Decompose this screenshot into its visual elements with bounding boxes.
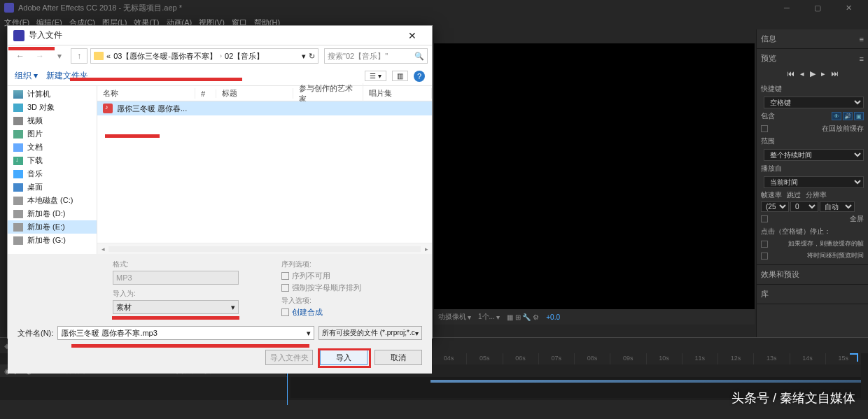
format-label: 格式: [113,260,253,269]
sidebar-item-desktop[interactable]: 桌面 [8,180,97,194]
seq-checkbox [281,272,289,280]
right-panels: 信息≡ 预览≡ ⏮ ◂ ▶ ▸ ⏭ 快捷键 空格键 包含 👁🔊▣ 在回放前缓存 … [756,29,868,337]
movetime-checkbox[interactable] [761,253,768,260]
downloads-icon [13,157,23,165]
skip-dropdown[interactable]: 0 [790,201,818,212]
col-name[interactable]: 名称 [97,88,195,99]
view-mode-button[interactable]: ☰ ▾ [365,71,386,81]
sidebar-item-disk-d[interactable]: 新加卷 (D:) [8,207,97,220]
breadcrumb-segment[interactable]: 02【音乐】 [225,51,264,62]
dialog-close-button[interactable]: ✕ [398,30,426,41]
dialog-search-input[interactable]: 搜索"02【音乐】" 🔍 [324,48,428,64]
seq-na: 序列不可用 [292,271,330,281]
file-row[interactable]: 愿你三冬暖 愿你春... [97,101,432,115]
organize-menu[interactable]: 组织 ▾ [15,70,38,82]
horizontal-scrollbar[interactable]: ◂▸ [97,243,432,254]
documents-icon [13,143,23,152]
sidebar-item-3d[interactable]: 3D 对象 [8,101,97,114]
app-title-bar: Adobe After Effects CC 2018 - 无标题项目.aep … [0,0,868,15]
play-button[interactable]: ▶ [810,69,816,78]
importopt-label: 导入选项: [281,296,422,306]
nav-up-button[interactable]: ↑ [71,48,88,64]
fullscreen-checkbox[interactable] [761,215,768,222]
sidebar-item-disk-g[interactable]: 新加卷 (G:) [8,234,97,247]
maximize-button[interactable]: ▢ [802,0,833,15]
sidebar-item-disk-c[interactable]: 本地磁盘 (C:) [8,194,97,207]
close-button[interactable]: ✕ [833,0,864,15]
disk-icon [13,197,23,205]
framerate-dropdown[interactable]: (25) [761,201,789,212]
zoom-level[interactable]: +0.0 [546,313,560,321]
work-area-end[interactable] [850,353,860,363]
minimize-button[interactable]: ─ [771,0,802,15]
dialog-titlebar[interactable]: 导入文件 ✕ [8,26,432,45]
range-label: 范围 [761,136,775,146]
sidebar-item-downloads[interactable]: 下载 [8,154,97,167]
refresh-icon[interactable]: ↻ [309,52,315,61]
col-tracknum[interactable]: # [195,90,216,98]
breadcrumb[interactable]: « 03【愿你三冬暖-愿你春不寒】 › 02【音乐】 ▾↻ [90,48,318,64]
nav-forward-button[interactable]: → [31,48,48,64]
movetime-label: 将时间移到预览时间 [807,251,864,260]
include-toggles[interactable]: 👁🔊▣ [832,112,864,120]
ifcached-label: 如果缓存，则播放缓存的帧 [788,239,864,248]
sidebar-item-disk-e[interactable]: 新加卷 (E:) [8,220,97,234]
first-frame-button[interactable]: ⏮ [787,69,794,78]
work-area-bar[interactable] [430,380,861,383]
sidebar-item-video[interactable]: 视频 [8,114,97,127]
app-title: Adobe After Effects CC 2018 - 无标题项目.aep … [18,3,182,13]
folder-icon [94,52,104,60]
sidebar-item-music[interactable]: 音乐 [8,167,97,180]
library-panel-title[interactable]: 库 [761,289,769,299]
res-dropdown[interactable]: 自动 [820,201,855,212]
preview-panel-title[interactable]: 预览 [761,53,776,64]
cancel-button[interactable]: 取消 [374,350,422,365]
computer-icon [13,90,23,99]
disk-icon [13,223,23,232]
breadcrumb-segment[interactable]: 03【愿你三冬暖-愿你春不寒】 [113,51,217,62]
file-list[interactable]: 愿你三冬暖 愿你春... [97,101,432,243]
panel-menu-icon[interactable]: ≡ [860,35,864,43]
prev-frame-button[interactable]: ◂ [800,69,804,78]
sidebar-item-computer[interactable]: 计算机 [8,87,97,101]
dialog-toolbar: 组织 ▾ 新建文件夹 ☰ ▾ ▥ ? [8,66,432,86]
filename-input[interactable]: 愿你三冬暖 愿你春不寒.mp3▾ [57,326,314,340]
shortcut-dropdown[interactable]: 空格键 [764,97,864,108]
dialog-sidebar: 计算机 3D 对象 视频 图片 文档 下载 音乐 桌面 本地磁盘 (C:) 新加… [8,86,97,254]
createcomp-checkbox[interactable] [281,308,289,316]
help-button[interactable]: ? [414,71,425,82]
col-title[interactable]: 标题 [216,88,293,99]
col-artist[interactable]: 参与创作的艺术家 [293,83,363,104]
filetype-filter[interactable]: 所有可接受的文件 (*.prproj;*.c▾ [318,326,422,340]
info-panel-title[interactable]: 信息 [761,34,776,44]
last-frame-button[interactable]: ⏭ [831,69,839,78]
camera-dropdown[interactable]: 动摄像机 ▾ [438,312,471,322]
import-folder-button[interactable]: 导入文件夹 [265,350,313,365]
search-placeholder: 搜索"02【音乐】" [328,51,388,62]
importas-dropdown[interactable]: 素材▾ [113,300,239,314]
music-icon [13,170,23,178]
nav-back-button[interactable]: ← [12,48,29,64]
fullscreen-label: 全屏 [850,214,864,224]
viewer-icons[interactable]: ▦ ⊞ 🔧 ⚙ [507,313,539,321]
breadcrumb-dropdown[interactable]: ▾ [302,52,306,61]
panel-menu-icon[interactable]: ≡ [860,55,864,63]
sidebar-item-documents[interactable]: 文档 [8,141,97,154]
nav-recent-button[interactable]: ▾ [51,48,68,64]
range-dropdown[interactable]: 整个持续时间 [764,149,864,161]
seq-label: 序列选项: [281,260,422,269]
col-album[interactable]: 唱片集 [363,88,432,99]
cache-checkbox[interactable] [761,125,768,132]
views-dropdown[interactable]: 1个... ▾ [478,312,500,322]
next-frame-button[interactable]: ▸ [821,69,825,78]
sidebar-item-pictures[interactable]: 图片 [8,127,97,141]
clickstop-label: 点击（空格键）停止： [761,227,831,236]
composition-viewer[interactable] [434,43,755,309]
ifcached-checkbox[interactable] [761,241,768,248]
preview-pane-button[interactable]: ▥ [392,71,408,81]
playfrom-dropdown[interactable]: 当前时间 [764,176,864,188]
desktop-icon [13,183,23,192]
pictures-icon [13,130,23,139]
effects-panel-title[interactable]: 效果和预设 [761,269,799,280]
timeline-ruler[interactable]: 04s 05s 06s 07s 08s 09s 10s 11s 12s 13s … [430,353,861,364]
